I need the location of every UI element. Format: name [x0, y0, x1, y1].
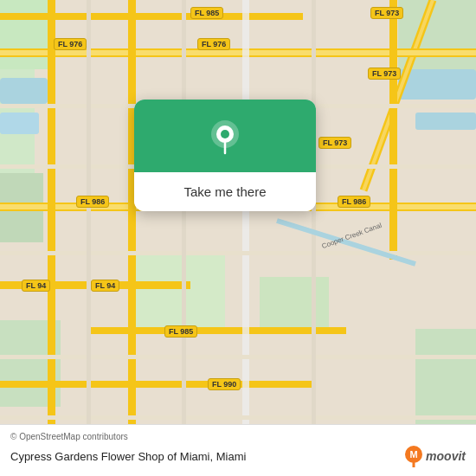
road-label-fl973-top: FL 973	[370, 7, 403, 19]
svg-rect-16	[0, 50, 476, 55]
location-name: Cypress Gardens Flower Shop of Miami, Mi…	[10, 450, 246, 463]
road-label-fl986-right: FL 986	[338, 196, 370, 208]
svg-rect-21	[0, 13, 303, 20]
svg-rect-30	[0, 355, 476, 359]
svg-rect-8	[260, 277, 329, 329]
road-label-fl985-top: FL 985	[190, 7, 223, 19]
road-label-fl986-left: FL 986	[76, 196, 109, 208]
bottom-bar: © OpenStreetMap contributors Cypress Gar…	[0, 424, 476, 476]
svg-rect-24	[128, 0, 136, 476]
svg-rect-31	[0, 415, 476, 420]
moovit-text: moovit	[426, 449, 466, 463]
road-label-fl973-mid1: FL 973	[368, 68, 401, 80]
svg-rect-26	[389, 0, 397, 260]
road-label-fl990: FL 990	[208, 378, 241, 390]
road-label-fl94-right: FL 94	[91, 280, 119, 292]
svg-text:M: M	[410, 449, 418, 460]
svg-rect-20	[0, 381, 312, 388]
card-header	[134, 100, 316, 172]
map-svg	[0, 0, 476, 476]
svg-rect-7	[130, 251, 225, 329]
svg-rect-25	[242, 0, 249, 476]
map-container: FL 985 FL 976 FL 976 FL 973 FL 973 FL 97…	[0, 0, 476, 476]
svg-point-38	[221, 130, 229, 138]
svg-rect-33	[182, 0, 186, 476]
svg-rect-1	[0, 0, 52, 69]
location-card: Take me there	[134, 100, 316, 211]
svg-rect-9	[0, 78, 48, 104]
svg-rect-34	[312, 0, 316, 476]
map-attribution: © OpenStreetMap contributors	[10, 432, 466, 441]
take-me-there-button[interactable]: Take me there	[134, 172, 316, 211]
svg-rect-22	[87, 327, 346, 334]
road-label-fl94-left: FL 94	[22, 280, 50, 292]
svg-rect-29	[0, 251, 476, 255]
road-label-fl973-mid2: FL 973	[318, 137, 351, 149]
location-info: Cypress Gardens Flower Shop of Miami, Mi…	[10, 445, 466, 467]
road-label-fl976-left: FL 976	[54, 38, 87, 50]
road-label-fl985-bot: FL 985	[164, 325, 197, 338]
svg-rect-10	[0, 113, 39, 134]
map-pin-icon	[206, 119, 244, 157]
moovit-logo: M moovit	[404, 445, 466, 467]
svg-rect-32	[87, 0, 91, 476]
road-label-fl976-right: FL 976	[197, 38, 230, 50]
moovit-pin-icon: M	[404, 445, 423, 467]
svg-rect-12	[415, 113, 476, 130]
svg-rect-23	[48, 0, 55, 476]
